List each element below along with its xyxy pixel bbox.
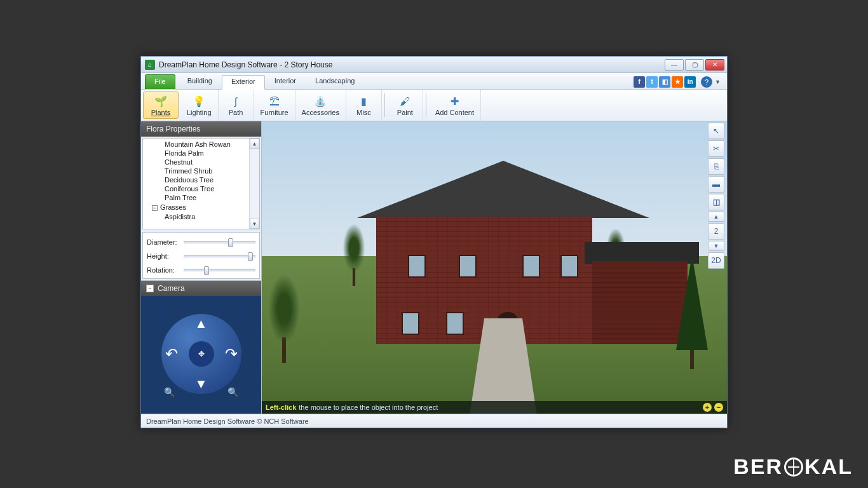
tool-paint[interactable]: 🖌Paint: [388, 90, 423, 121]
hint-plus-icon[interactable]: +: [703, 403, 712, 412]
app-window: ⌂ DreamPlan Home Design Software - 2 Sto…: [140, 56, 728, 428]
tab-file[interactable]: File: [145, 74, 175, 89]
floor-up-button[interactable]: ▲: [708, 212, 724, 222]
tool-plants[interactable]: 🌱Plants: [143, 92, 179, 119]
copy-tool[interactable]: ⎘: [708, 158, 724, 175]
tree-item[interactable]: Coniferous Tree: [165, 184, 259, 193]
tree-item[interactable]: Mountain Ash Rowan: [165, 140, 259, 149]
window-title: DreamPlan Home Design Software - 2 Story…: [159, 60, 663, 69]
facebook-icon[interactable]: f: [634, 76, 645, 88]
paint-icon: 🖌: [398, 95, 412, 109]
twitter-icon[interactable]: t: [646, 76, 658, 88]
scroll-down-icon[interactable]: ▼: [250, 219, 259, 229]
path-icon: ∫: [229, 95, 243, 109]
cut-tool[interactable]: ✂: [708, 140, 724, 157]
tool-path[interactable]: ∫Path: [219, 90, 254, 121]
zoom-in-button[interactable]: 🔍: [226, 385, 240, 399]
scroll-up-icon[interactable]: ▲: [250, 139, 259, 149]
furniture-icon: ⛱: [268, 95, 281, 109]
cam-rotate-right-button[interactable]: ↷: [225, 345, 238, 363]
flora-panel-header: Flora Properties: [141, 121, 261, 137]
cam-forward-button[interactable]: ▲: [195, 316, 208, 331]
minimize-button[interactable]: —: [665, 59, 684, 71]
tool-furniture[interactable]: ⛱Furniture: [254, 90, 295, 121]
help-dropdown-icon[interactable]: ▼: [715, 79, 721, 85]
tree-item[interactable]: Palm Tree: [165, 193, 259, 202]
cam-tilt-down-right-icon[interactable]: ⬇: [234, 306, 245, 318]
diameter-slider[interactable]: Diameter:: [147, 235, 255, 249]
status-text: DreamPlan Home Design Software © NCH Sof…: [146, 417, 309, 425]
help-icon[interactable]: ?: [701, 76, 712, 88]
collapse-icon[interactable]: −: [152, 205, 158, 211]
camera-pad: ⬇ ⬇ ▲ ▼ ↶ ↷ ✥ 🔍 🔍: [154, 306, 249, 402]
tool-lighting[interactable]: 💡Lighting: [180, 90, 219, 121]
collapse-icon[interactable]: −: [146, 285, 154, 292]
hint-bar: Left-click the mouse to place the object…: [262, 401, 727, 414]
tool-accessories[interactable]: ⛲Accessories: [295, 90, 346, 121]
main-tabs: File Building Exterior Interior Landscap…: [141, 73, 727, 90]
zoom-out-button[interactable]: 🔍: [163, 385, 177, 399]
tab-landscaping[interactable]: Landscaping: [306, 74, 364, 89]
watermark-logo-icon: [784, 458, 803, 477]
tab-exterior[interactable]: Exterior: [222, 75, 265, 90]
tree-scrollbar[interactable]: ▲ ▼: [249, 139, 259, 229]
accessories-icon: ⛲: [313, 95, 327, 109]
cam-rotate-left-button[interactable]: ↶: [165, 345, 178, 363]
pointer-tool[interactable]: ↖: [708, 123, 724, 139]
linkedin-icon[interactable]: in: [684, 76, 696, 88]
reddit-icon[interactable]: ★: [672, 76, 683, 88]
scene: [262, 121, 727, 414]
close-button[interactable]: ✕: [705, 59, 724, 71]
tree-item[interactable]: Aspidistra: [165, 212, 259, 221]
cam-back-button[interactable]: ▼: [195, 377, 208, 391]
cam-tilt-down-left-icon[interactable]: ⬇: [158, 306, 169, 318]
rotation-slider[interactable]: Rotation:: [147, 263, 255, 277]
add-icon: ✚: [447, 95, 461, 109]
cam-pan-button[interactable]: ✥: [189, 341, 214, 367]
separator: [384, 93, 385, 117]
flora-tree[interactable]: Mountain Ash Rowan Florida Palm Chestnut…: [142, 138, 260, 229]
camera-panel: −Camera ⬇ ⬇ ▲ ▼ ↶ ↷ ✥ 🔍 🔍: [141, 280, 261, 414]
maximize-button[interactable]: ▢: [685, 59, 704, 71]
social-links: f t ◧ ★ in ? ▼: [634, 74, 723, 89]
tree-item[interactable]: Deciduous Tree: [165, 175, 259, 184]
toolbar: 🌱Plants 💡Lighting ∫Path ⛱Furniture ⛲Acce…: [141, 90, 727, 121]
floor-down-button[interactable]: ▼: [708, 241, 724, 251]
3d-view-tool[interactable]: ◫: [708, 194, 724, 210]
hint-key: Left-click: [266, 403, 296, 411]
titlebar[interactable]: ⌂ DreamPlan Home Design Software - 2 Sto…: [141, 57, 727, 73]
tool-add-content[interactable]: ✚Add Content: [429, 90, 481, 121]
misc-icon: ▮: [356, 95, 370, 109]
floor-indicator[interactable]: 2: [708, 223, 724, 240]
height-slider[interactable]: Height:: [147, 249, 255, 263]
sidebar: Flora Properties Mountain Ash Rowan Flor…: [141, 121, 262, 414]
bulb-icon: 💡: [192, 95, 206, 109]
hint-text: the mouse to place the object into the p…: [299, 403, 438, 411]
tree-item[interactable]: Chestnut: [165, 158, 259, 166]
main-area: Flora Properties Mountain Ash Rowan Flor…: [141, 121, 727, 414]
slider-panel: Diameter: Height: Rotation:: [142, 232, 260, 279]
plant-icon: 🌱: [154, 95, 168, 109]
3d-viewport[interactable]: ↖ ✂ ⎘ ▬ ◫ ▲ 2 ▼ 2D Left-click the mouse …: [262, 121, 727, 414]
status-bar: DreamPlan Home Design Software © NCH Sof…: [141, 414, 727, 428]
app-icon: ⌂: [145, 60, 155, 70]
tab-building[interactable]: Building: [178, 74, 222, 89]
hint-minus-icon[interactable]: −: [714, 403, 723, 412]
share-icon[interactable]: ◧: [659, 76, 670, 88]
tool-misc[interactable]: ▮Misc: [346, 90, 382, 121]
tree-item[interactable]: Florida Palm: [165, 149, 259, 158]
watermark: BERKAL: [733, 454, 853, 479]
separator: [426, 93, 426, 117]
layer-tool[interactable]: ▬: [708, 176, 724, 193]
tree-item[interactable]: Trimmed Shrub: [165, 166, 259, 175]
tree-group[interactable]: −Grasses: [143, 203, 259, 211]
2d-view-button[interactable]: 2D: [708, 252, 724, 269]
view-tools: ↖ ✂ ⎘ ▬ ◫ ▲ 2 ▼ 2D: [708, 123, 726, 269]
tab-interior[interactable]: Interior: [265, 74, 306, 89]
